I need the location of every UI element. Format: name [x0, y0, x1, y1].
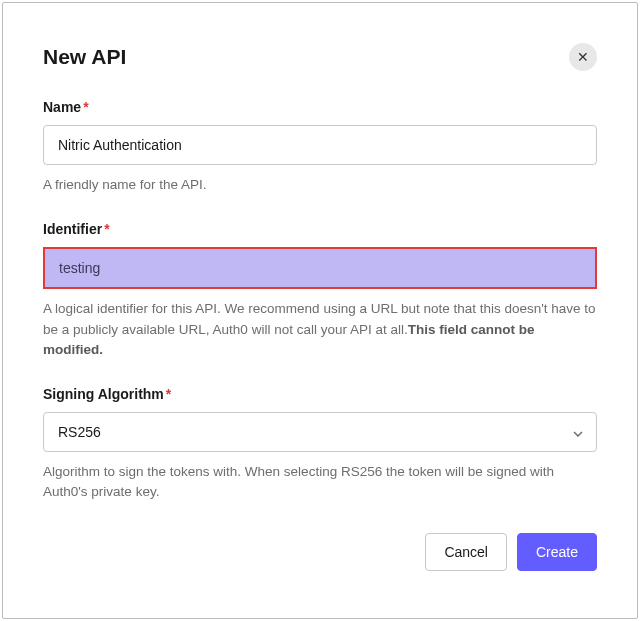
required-asterisk: * — [83, 99, 88, 115]
name-label: Name* — [43, 99, 597, 115]
algorithm-select-wrapper: RS256 — [43, 412, 597, 452]
cancel-button[interactable]: Cancel — [425, 533, 507, 571]
modal-footer: Cancel Create — [43, 533, 597, 571]
close-icon: ✕ — [577, 49, 589, 65]
name-input[interactable] — [43, 125, 597, 165]
identifier-label: Identifier* — [43, 221, 597, 237]
required-asterisk: * — [104, 221, 109, 237]
identifier-field-group: Identifier* A logical identifier for thi… — [43, 221, 597, 360]
close-button[interactable]: ✕ — [569, 43, 597, 71]
algorithm-label-text: Signing Algorithm — [43, 386, 164, 402]
required-asterisk: * — [166, 386, 171, 402]
create-button[interactable]: Create — [517, 533, 597, 571]
algorithm-select[interactable]: RS256 — [43, 412, 597, 452]
algorithm-help-text: Algorithm to sign the tokens with. When … — [43, 462, 597, 503]
modal-header: New API ✕ — [43, 43, 597, 71]
identifier-input[interactable] — [43, 247, 597, 289]
name-label-text: Name — [43, 99, 81, 115]
identifier-help-text: A logical identifier for this API. We re… — [43, 299, 597, 360]
identifier-label-text: Identifier — [43, 221, 102, 237]
algorithm-label: Signing Algorithm* — [43, 386, 597, 402]
new-api-modal: New API ✕ Name* A friendly name for the … — [2, 2, 638, 619]
name-help-text: A friendly name for the API. — [43, 175, 597, 195]
name-field-group: Name* A friendly name for the API. — [43, 99, 597, 195]
algorithm-field-group: Signing Algorithm* RS256 Algorithm to si… — [43, 386, 597, 503]
modal-title: New API — [43, 45, 126, 69]
